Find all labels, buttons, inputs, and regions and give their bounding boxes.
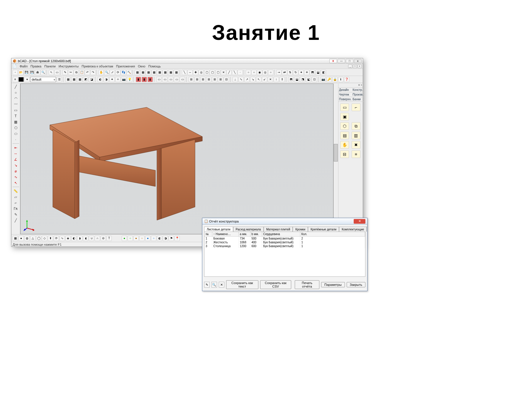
tool-trim-icon[interactable]: ╱ [13,218,19,223]
b-mat6-icon[interactable]: ○ [151,236,156,241]
layers-icon[interactable]: ☰ [57,77,62,82]
snapc5-icon[interactable]: ○ [268,70,273,75]
dim-angle-icon[interactable]: ∠ [13,157,19,162]
render4-icon[interactable]: ✧ [115,77,121,82]
b-box-icon[interactable]: ▦ [13,236,18,241]
doc-close-button[interactable]: × [358,64,362,68]
tab-sheet-parts[interactable]: Листовые детали [204,227,233,232]
bom5-icon[interactable]: ⊞ [212,77,217,82]
doc-min-button[interactable]: _ [348,64,352,68]
params-button[interactable]: Параметры [321,282,345,287]
meas9-icon[interactable]: ⇕ [279,77,285,82]
b-prism-icon[interactable]: ◇ [42,236,47,241]
menu-tools[interactable]: Инструменты [59,64,79,68]
mod7-icon[interactable]: ⬒ [310,70,315,75]
mod6-icon[interactable]: ☀ [304,70,309,75]
tool-coord-icon[interactable]: ⌐ [13,200,19,206]
meas2-icon[interactable]: ⤡ [238,77,244,82]
viewport-3d[interactable] [20,84,333,234]
b-revolve-icon[interactable]: ⟳ [54,236,59,241]
save-csv-button[interactable]: Сохранить как CSV [260,280,291,289]
snap4-icon[interactable]: ✕ [221,70,226,75]
walk-icon[interactable]: 👣 [121,70,126,75]
furniture3-icon[interactable]: ▮ [148,77,153,82]
viewfront-icon[interactable]: ▦ [71,77,77,82]
paste-icon[interactable]: 📋 [79,70,84,75]
furniture1-icon[interactable]: ▮ [136,77,141,82]
view7-icon[interactable]: ▦ [168,70,173,75]
copy-icon[interactable]: ⧉ [74,70,79,75]
view6-icon[interactable]: ▦ [162,70,168,75]
snap5-icon[interactable]: ╱ [226,70,232,75]
tab-board-material[interactable]: Материал плитей [264,227,293,232]
doc-restore-button[interactable]: □ [353,64,357,68]
table-row[interactable]: 3 Столешница 1200 600 Бук Бавария(светлы… [204,244,365,248]
col-name[interactable]: ↑ Наимено… [212,232,238,237]
lock-icon[interactable]: 🔒 [332,77,338,82]
new-icon[interactable]: ▫ [13,70,18,75]
b-flag-icon[interactable]: ⚑ [169,236,174,241]
bom3-icon[interactable]: ⊞ [200,77,206,82]
saveall-icon[interactable]: 💾 [29,70,35,75]
draw-circle-icon[interactable]: ○ [13,90,19,95]
mod1-icon[interactable]: ➙ [276,70,282,75]
panel-close-icon[interactable]: ▾ × [338,84,363,88]
mod3-icon[interactable]: ⇅ [287,70,293,75]
dim-leader-icon[interactable]: ↖ [13,180,19,186]
panel-cabinet-icon[interactable]: ⊟ [340,150,349,158]
panel4-icon[interactable]: ▭ [174,77,179,82]
b-pin-icon[interactable]: 📍 [174,236,180,241]
meas4-icon[interactable]: ↘ [250,77,255,82]
panel-stack-icon[interactable]: ▥ [352,132,360,139]
cross-icon[interactable]: ✚ [193,70,198,75]
draw-point-icon[interactable]: · [13,137,19,142]
mod8-icon[interactable]: ⬓ [315,70,321,75]
edit-icon[interactable]: ✎ [62,70,68,75]
b-mat4-icon[interactable]: ○ [139,236,145,241]
record-button[interactable]: II [329,59,337,63]
asm2-icon[interactable]: ⬓ [294,77,299,82]
close-dialog-button[interactable]: Закрыть [347,282,365,287]
b-mat3-icon[interactable]: ● [133,236,139,241]
tab-design[interactable]: Дизайн [338,88,352,92]
b-mat1-icon[interactable]: ● [122,236,127,241]
b-sphere-icon[interactable]: ● [18,236,24,241]
bom6-icon[interactable]: ⊞ [218,77,223,82]
mod2-icon[interactable]: ⇄ [282,70,287,75]
col-num[interactable]: № [204,232,212,237]
save-text-button[interactable]: Сохранить как текст [226,280,258,289]
mod5-icon[interactable]: ✦ [299,70,304,75]
draw-hatch-icon[interactable]: ▦ [13,119,19,125]
asm1-icon[interactable]: ⬒ [288,77,294,82]
dim-linear-icon[interactable]: ⇤ [13,145,19,150]
panel3-icon[interactable]: ▭ [168,77,173,82]
render3-icon[interactable]: ✦ [109,77,115,82]
b-sweep-icon[interactable]: ∿ [60,236,65,241]
draw-polygon-icon[interactable]: ⬡ [13,125,19,130]
layer-dropdown[interactable]: default [30,77,56,82]
b-bool3-icon[interactable]: ⊖ [101,236,106,241]
view1-icon[interactable]: ▦ [135,70,140,75]
col-core[interactable]: Сердцевина [262,232,300,237]
panel2-icon[interactable]: ▭ [162,77,167,82]
dim-icon[interactable]: ↔ [187,70,193,75]
menu-help[interactable]: Помощь [148,64,161,68]
tool-r-icon[interactable]: Γʀ [13,206,19,211]
bom1-icon[interactable]: ⊞ [189,77,194,82]
mod4-icon[interactable]: ↻ [293,70,298,75]
linestyle-icon[interactable]: ≡ [13,77,18,82]
b-extrude-icon[interactable]: ⬍ [48,236,53,241]
pan-icon[interactable]: ✋ [99,70,104,75]
snapc1-icon[interactable]: ○ [246,70,251,75]
furniture2-icon[interactable]: ▮ [142,77,147,82]
tab-material-usage[interactable]: Расход материала [233,227,264,232]
tool-area-icon[interactable]: ▱ [13,194,19,200]
col-b[interactable]: b мм. [250,232,262,237]
meas6-icon[interactable]: ↙ [262,77,267,82]
panel-boxes-icon[interactable]: ▤ [340,132,349,139]
viewpersp-icon[interactable]: ◪ [89,77,94,82]
color-swatch[interactable] [18,77,24,82]
open-icon[interactable]: 📂 [18,70,23,75]
col-a[interactable]: a мм. [238,232,250,237]
snapc4-icon[interactable]: ◎ [262,70,268,75]
